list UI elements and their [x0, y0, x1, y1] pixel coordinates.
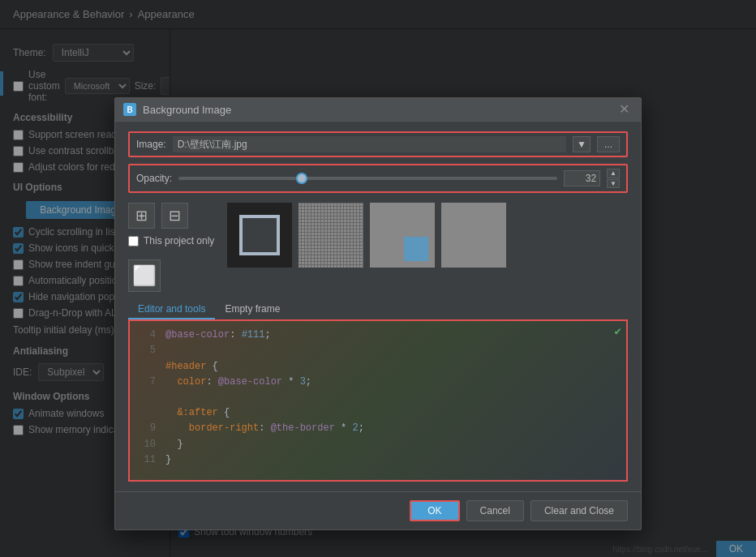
image-browse-button[interactable]: ... [597, 136, 620, 152]
project-only-label: This project only [144, 235, 214, 246]
code-line-7: 7 color: @base-color * 3; [140, 375, 616, 390]
cancel-button[interactable]: Cancel [466, 500, 524, 521]
align-center-v-button[interactable]: ⊟ [161, 203, 188, 229]
background-image-modal: B Background Image ✕ Image: ▼ ... Opacit… [114, 97, 642, 530]
preview-icon-small-button[interactable]: ⬜ [128, 259, 161, 292]
image-label: Image: [136, 139, 166, 150]
opacity-row: Opacity: 32 ▲ ▼ [128, 164, 628, 193]
code-check-icon: ✔ [615, 324, 621, 338]
modal-footer: OK Cancel Clear and Close [115, 491, 641, 529]
tab-editor-tools[interactable]: Editor and tools [128, 300, 215, 319]
preview-inner [239, 215, 280, 255]
code-preview: ✔ 4 @base-color: #111; 5 #header { [128, 319, 628, 482]
ok-button[interactable]: OK [410, 500, 459, 521]
image-row: Image: ▼ ... [128, 131, 628, 157]
main-panel: Appearance & Behavior › Appearance Theme… [0, 0, 756, 557]
tab-empty-frame[interactable]: Empty frame [215, 300, 290, 319]
alignment-icons-row: ⊞ ⊟ [128, 203, 214, 229]
preview-squares [227, 203, 506, 268]
modal-title-text: Background Image [143, 104, 231, 116]
blue-rect [404, 237, 428, 261]
code-line-8 [140, 390, 616, 405]
opacity-increment-button[interactable]: ▲ [607, 169, 620, 178]
code-line-after: &:after { [140, 405, 616, 421]
opacity-decrement-button[interactable]: ▼ [607, 179, 620, 189]
opacity-slider[interactable] [178, 177, 557, 180]
preview-large [227, 203, 292, 268]
project-only-checkbox[interactable] [128, 236, 139, 246]
opacity-label: Opacity: [136, 173, 172, 184]
preview-pattern [299, 203, 363, 268]
align-center-h-button[interactable]: ⊞ [128, 203, 155, 229]
opacity-spinner: ▲ ▼ [607, 169, 620, 188]
modal-title-bar: B Background Image ✕ [115, 98, 641, 122]
image-input[interactable] [173, 136, 566, 152]
modal-close-button[interactable]: ✕ [616, 103, 633, 116]
preview-empty [441, 203, 506, 268]
modal-icon: B [123, 103, 136, 116]
code-line-4: 4 @base-color: #111; [140, 328, 616, 343]
modal-overlay: B Background Image ✕ Image: ▼ ... Opacit… [0, 0, 756, 557]
code-line-11: 11 } [140, 452, 616, 468]
code-line-5: 5 [140, 343, 616, 358]
code-line-10: 10 } [140, 437, 616, 452]
code-lines: 4 @base-color: #111; 5 #header { 7 [140, 328, 616, 468]
tabs-bar: Editor and tools Empty frame [128, 300, 628, 319]
code-line-9: 9 border-right: @the-border * 2; [140, 421, 616, 436]
opacity-value: 32 [564, 170, 600, 186]
placement-and-preview: ⊞ ⊟ This project only ⬜ [128, 203, 628, 292]
placement-controls: ⊞ ⊟ This project only ⬜ [128, 203, 214, 292]
preview-blue [370, 203, 435, 268]
modal-title-left: B Background Image [123, 103, 231, 116]
clear-close-button[interactable]: Clear and Close [530, 500, 628, 521]
modal-body: Image: ▼ ... Opacity: 32 ▲ ▼ [115, 122, 641, 491]
image-dropdown-button[interactable]: ▼ [573, 136, 591, 152]
code-line-6: #header { [140, 359, 616, 375]
project-only-row: This project only [128, 235, 214, 246]
